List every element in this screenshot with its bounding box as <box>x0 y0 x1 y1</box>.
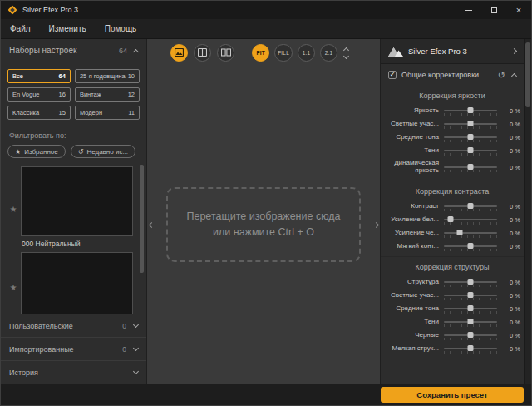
minimize-button[interactable] <box>456 1 481 19</box>
window-controls: × <box>456 1 531 19</box>
slider-thumb[interactable] <box>468 164 474 170</box>
collapse-left-panel-handle[interactable] <box>147 218 155 231</box>
split-view-button[interactable] <box>194 44 211 62</box>
slider-row: Динамическая яркость 0 % <box>381 157 524 177</box>
structure-slider[interactable] <box>444 276 497 288</box>
slider-thumb[interactable] <box>468 107 474 113</box>
presets-header[interactable]: Наборы настроек 64 <box>1 39 146 62</box>
dropzone-line2: или нажмите Ctrl + O <box>213 225 314 240</box>
side-by-side-view-button[interactable] <box>217 44 234 62</box>
section-custom-presets[interactable]: Пользовательские 0 <box>1 314 146 337</box>
scrollbar-thumb[interactable] <box>525 42 530 107</box>
bottom-bar: Сохранить пресет <box>1 384 531 405</box>
structure-shadows-slider[interactable] <box>444 316 497 328</box>
zoom-controls: FIT FILL 1:1 2:1 <box>252 44 348 62</box>
global-adjustments-row[interactable]: ✓ Общие корректировки ↺ <box>381 64 524 86</box>
midtones-slider[interactable] <box>444 131 497 143</box>
presets-panel: Наборы настроек 64 Все 64 25-я годовщина… <box>1 39 147 384</box>
split-view-icon <box>198 48 207 57</box>
preset-thumbnail[interactable] <box>21 166 133 236</box>
contrast-slider[interactable] <box>444 201 497 212</box>
structure-midtones-slider[interactable] <box>444 303 497 314</box>
chevron-up-icon[interactable] <box>511 73 517 79</box>
slider-thumb[interactable] <box>468 279 474 285</box>
category-classic-button[interactable]: Классика 15 <box>7 106 71 120</box>
zoom-200-button[interactable]: 2:1 <box>320 44 337 62</box>
slider-thumb[interactable] <box>468 147 474 153</box>
fine-structure-slider[interactable] <box>444 343 497 354</box>
single-view-button[interactable] <box>170 44 188 62</box>
structure-highlights-slider[interactable] <box>444 290 497 301</box>
collapse-right-panel-handle[interactable] <box>372 218 380 231</box>
adjustments-panel: Silver Efex Pro 3 ✓ Общие корректировки … <box>380 39 524 384</box>
image-dropzone[interactable]: Перетащите изображение сюда или нажмите … <box>166 187 361 262</box>
preset-item[interactable]: ★ <box>6 252 133 314</box>
chevron-down-icon[interactable] <box>133 345 139 351</box>
slider-value: 0 % <box>497 243 520 250</box>
menu-edit[interactable]: Изменить <box>40 19 96 38</box>
zoom-100-button[interactable]: 1:1 <box>298 44 315 62</box>
amplify-blacks-slider[interactable] <box>444 227 497 239</box>
zoom-fill-button[interactable]: FILL <box>274 44 293 62</box>
reset-icon[interactable]: ↺ <box>498 70 505 81</box>
slider-thumb[interactable] <box>468 292 474 298</box>
slider-thumb[interactable] <box>468 121 474 126</box>
menu-help[interactable]: Помощь <box>96 19 146 38</box>
category-all-button[interactable]: Все 64 <box>7 69 71 83</box>
blacks-slider[interactable] <box>444 329 497 341</box>
favorite-star-icon[interactable]: ★ <box>6 252 21 314</box>
slider-thumb[interactable] <box>468 319 474 324</box>
slider-value: 0 % <box>497 230 520 237</box>
close-button[interactable]: × <box>506 1 531 19</box>
section-history[interactable]: История <box>1 360 146 384</box>
preset-thumbnail[interactable] <box>21 252 133 314</box>
brightness-slider[interactable] <box>444 105 497 116</box>
dynamic-brightness-slider[interactable] <box>444 161 497 173</box>
chevron-down-icon[interactable] <box>133 322 139 328</box>
favorite-star-icon[interactable]: ★ <box>6 166 21 252</box>
section-imported-presets[interactable]: Импортированные 0 <box>1 337 146 360</box>
chevron-right-icon[interactable] <box>511 48 517 54</box>
maximize-button[interactable] <box>481 1 506 19</box>
slider-label: Контраст <box>381 203 444 210</box>
highlights-slider[interactable] <box>444 118 497 130</box>
category-vintage-button[interactable]: Винтаж 12 <box>75 87 140 102</box>
shadows-slider[interactable] <box>444 145 497 156</box>
category-anniversary-button[interactable]: 25-я годовщина 10 <box>75 69 140 83</box>
window-title: Silver Efex Pro 3 <box>22 6 78 14</box>
slider-label: Усиление че... <box>381 230 444 237</box>
slider-value: 0 % <box>497 216 520 224</box>
slider-thumb[interactable] <box>468 332 474 338</box>
slider-thumb[interactable] <box>468 305 474 311</box>
section-label: Пользовательские <box>9 322 122 330</box>
slider-thumb[interactable] <box>468 243 474 249</box>
preset-thumb-wrap <box>21 252 133 314</box>
category-envogue-button[interactable]: En Vogue 16 <box>7 87 71 102</box>
preset-item[interactable]: ★ 000 Нейтральный <box>6 166 133 252</box>
section-count: 0 <box>122 322 126 330</box>
zoom-fit-button[interactable]: FIT <box>252 44 269 62</box>
scrollbar-thumb[interactable] <box>140 165 144 273</box>
right-panel-scrollbar[interactable] <box>524 39 531 384</box>
slider-thumb[interactable] <box>457 230 463 235</box>
global-adjustments-checkbox[interactable]: ✓ <box>388 71 397 79</box>
collapse-up-icon[interactable] <box>133 48 139 54</box>
preset-list-scrollbar[interactable] <box>140 163 144 312</box>
slider-thumb[interactable] <box>447 216 453 222</box>
section-label: Импортированные <box>9 345 122 354</box>
favorites-filter-button[interactable]: ★ Избранное <box>7 145 66 158</box>
amplify-whites-slider[interactable] <box>444 214 497 225</box>
group-structure: Коррекция структуры Структура 0 % Светлы… <box>381 256 524 355</box>
zoom-stepper[interactable] <box>344 46 348 60</box>
soft-contrast-slider[interactable] <box>444 240 497 252</box>
group-title: Коррекция яркости <box>381 86 524 104</box>
category-modern-button[interactable]: Модерн 11 <box>75 106 140 120</box>
slider-thumb[interactable] <box>468 345 474 351</box>
slider-thumb[interactable] <box>468 203 474 209</box>
chevron-down-icon[interactable] <box>133 369 139 374</box>
image-canvas[interactable]: Перетащите изображение сюда или нажмите … <box>147 66 380 384</box>
menu-file[interactable]: Файл <box>1 19 40 38</box>
slider-thumb[interactable] <box>468 134 474 140</box>
recent-filter-button[interactable]: ↺ Недавно ис... <box>71 145 135 158</box>
save-preset-button[interactable]: Сохранить пресет <box>381 387 524 403</box>
